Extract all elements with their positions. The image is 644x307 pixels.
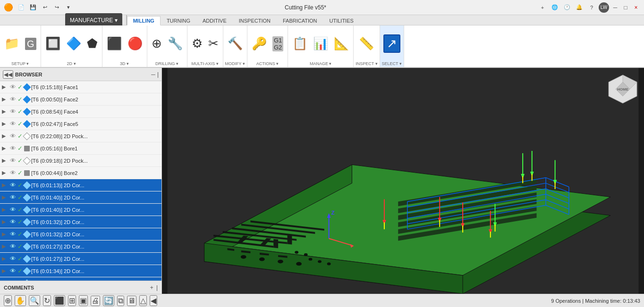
browser-collapse-button[interactable]: ◀◀ <box>3 70 13 79</box>
2d-btn3[interactable]: ⬟ <box>85 35 100 52</box>
visibility-icon[interactable]: 👁 <box>10 218 16 225</box>
display-mode-button[interactable]: ⬛ <box>54 295 65 306</box>
expand-icon[interactable]: ▶ <box>2 145 8 151</box>
tree-item[interactable]: ▶👁✓[T6 (0:01:32)] 2D Cor... <box>0 216 161 228</box>
actions-g1g2-button[interactable]: G1G2 <box>270 35 286 53</box>
new-file-button[interactable]: 📄 <box>16 2 26 13</box>
browser-settings-icon[interactable]: ─ <box>151 71 155 78</box>
expand-icon[interactable]: ▶ <box>2 219 8 225</box>
actions-group-label[interactable]: ACTIONS ▾ <box>256 61 279 67</box>
visibility-icon[interactable]: 👁 <box>10 206 16 213</box>
tree-item[interactable]: ▶👁✓[T6 (0:01:32)] 2D Cor... <box>0 228 161 241</box>
3d-btn1[interactable]: ⬛ <box>104 35 124 52</box>
visibility-icon[interactable]: 👁 <box>10 145 16 152</box>
tree-item[interactable]: ▶👁✓[T6 (0:22:08)] 2D Pock... <box>0 130 161 142</box>
manage-btn2[interactable]: 📊 <box>311 35 330 52</box>
select-button[interactable]: ↗ <box>383 34 400 53</box>
expand-icon[interactable]: ▶ <box>2 133 8 139</box>
help-icon[interactable]: ? <box>586 2 597 13</box>
render-button[interactable]: ▣ <box>79 295 88 306</box>
comments-add-icon[interactable]: + <box>150 284 153 291</box>
print-button[interactable]: 🖨 <box>91 296 100 306</box>
tab-turning[interactable]: TURNING <box>161 16 196 25</box>
visibility-icon[interactable]: 👁 <box>10 255 16 262</box>
save-button[interactable]: 💾 <box>28 2 38 13</box>
manage-btn3[interactable]: 📐 <box>331 35 351 52</box>
tree-item[interactable]: ▶👁✓[T6 (0:01:34)] 2D Cor... <box>0 265 161 277</box>
visibility-icon[interactable]: 👁 <box>10 267 16 274</box>
sync-button[interactable]: 🔄 <box>103 295 114 306</box>
tab-milling[interactable]: MILLING <box>127 16 161 25</box>
3d-btn2[interactable]: 🔴 <box>125 35 145 52</box>
expand-icon[interactable]: ▶ <box>2 207 8 213</box>
visibility-icon[interactable]: 👁 <box>10 169 16 176</box>
tree-item[interactable]: ▶👁✓[T6 (0:02:47)] Face5 <box>0 118 161 130</box>
visibility-icon[interactable]: 👁 <box>10 83 16 91</box>
zoom-button[interactable]: 🔍 <box>29 295 40 306</box>
minimize-button[interactable]: ─ <box>611 3 619 12</box>
tree-item[interactable]: ▶👁✓[T6 (0:00:50)] Face2 <box>0 93 161 106</box>
visibility-icon[interactable]: 👁 <box>10 133 16 140</box>
manage-btn1[interactable]: 📋 <box>290 35 310 52</box>
drilling-btn2[interactable]: 🔧 <box>165 35 185 52</box>
maximize-button[interactable]: □ <box>621 3 630 12</box>
filter-button[interactable]: △ <box>139 295 147 306</box>
expand-icon[interactable]: ▶ <box>2 268 8 274</box>
visibility-icon[interactable]: 👁 <box>10 120 16 127</box>
expand-icon[interactable]: ▶ <box>2 96 8 102</box>
browser-pin-icon[interactable]: | <box>157 71 159 78</box>
layers-button[interactable]: ⧉ <box>117 296 124 306</box>
2d-group-label[interactable]: 2D ▾ <box>67 61 76 67</box>
expand-icon[interactable]: ▶ <box>2 243 8 249</box>
screen-button[interactable]: 🖥 <box>127 296 136 306</box>
inspect-group-label[interactable]: INSPECT ▾ <box>356 61 377 67</box>
tab-additive[interactable]: ADDITIVE <box>196 16 233 25</box>
manage-group-label[interactable]: MANAGE ▾ <box>310 61 332 67</box>
clock-icon[interactable]: 🕐 <box>562 2 572 13</box>
tree-item[interactable]: ▶👁✓[T6 (0:01:27)] 2D Cor... <box>0 253 161 265</box>
user-avatar[interactable]: LW <box>599 2 609 13</box>
tab-inspection[interactable]: INSPECTION <box>233 16 277 25</box>
tree-item[interactable]: ▶👁✓[T6 (0:01:40)] 2D Cor... <box>0 204 161 216</box>
expand-icon[interactable]: ▶ <box>2 231 8 237</box>
redo-button[interactable]: ↪ <box>51 2 62 13</box>
drilling-btn1[interactable]: ⊕ <box>149 35 164 52</box>
2d-btn2[interactable]: 🔷 <box>64 35 84 52</box>
expand-icon[interactable]: ▶ <box>2 256 8 262</box>
visibility-icon[interactable]: 👁 <box>10 194 16 201</box>
modify-group-label[interactable]: MODIFY ▾ <box>225 61 245 67</box>
manufacture-dropdown-button[interactable]: MANUFACTURE ▾ <box>65 13 122 27</box>
3d-group-label[interactable]: 3D ▾ <box>120 61 129 67</box>
tree-item[interactable]: ▶👁✓[T6 (0:08:54)] Face4 <box>0 106 161 118</box>
multiaxis-group-label[interactable]: MULTI-AXIS ▾ <box>191 61 218 67</box>
visibility-icon[interactable]: 👁 <box>10 108 16 115</box>
2d-btn1[interactable]: 🔲 <box>43 35 63 52</box>
tree-item[interactable]: ▶👁✓[T6 (0:01:34)] 2D Cor... <box>0 277 161 281</box>
back-nav-button[interactable]: ◀ <box>150 295 157 306</box>
visibility-icon[interactable]: 👁 <box>10 243 16 250</box>
close-button[interactable]: × <box>632 3 640 12</box>
expand-icon[interactable]: ▶ <box>2 84 8 90</box>
select-group-label[interactable]: SELECT ▾ <box>382 61 402 67</box>
setup-group-label[interactable]: SETUP ▾ <box>11 61 29 67</box>
setup-gcode-button[interactable]: G <box>23 36 39 51</box>
multiaxis-btn1[interactable]: ⚙ <box>189 35 205 52</box>
expand-icon[interactable]: ▶ <box>2 194 8 200</box>
pan-button[interactable]: ✋ <box>15 295 26 306</box>
tree-item[interactable]: ▶👁✓[T6 (0:00:44)] Bore2 <box>0 167 161 179</box>
comments-collapse-icon[interactable]: | <box>156 284 158 291</box>
visibility-icon[interactable]: 👁 <box>10 157 16 164</box>
bell-icon[interactable]: 🔔 <box>574 2 585 13</box>
expand-icon[interactable]: ▶ <box>2 170 8 176</box>
tree-item[interactable]: ▶👁✓[T6 (0:05:16)] Bore1 <box>0 142 161 155</box>
tree-item[interactable]: ▶👁✓[T6 (0:01:27)] 2D Cor... <box>0 241 161 253</box>
expand-icon[interactable]: ▶ <box>2 182 8 188</box>
expand-icon[interactable]: ▶ <box>2 158 8 164</box>
tab-fabrication[interactable]: FABRICATION <box>277 16 323 25</box>
expand-icon[interactable]: ▶ <box>2 108 8 115</box>
visibility-icon[interactable]: 👁 <box>10 96 16 103</box>
inspect-btn1[interactable]: 📏 <box>356 35 376 52</box>
setup-new-button[interactable]: 📁 <box>2 35 22 52</box>
viewport[interactable]: Z <box>162 68 644 294</box>
multiaxis-btn2[interactable]: ✂ <box>206 35 221 52</box>
